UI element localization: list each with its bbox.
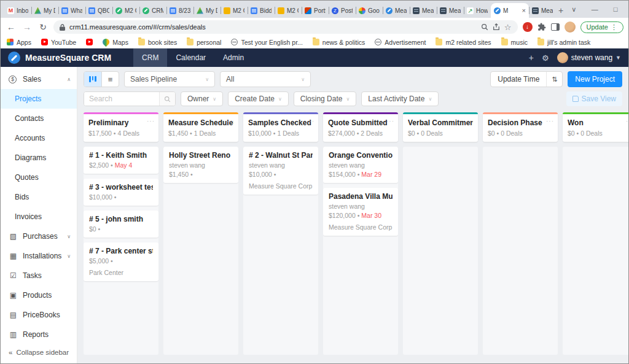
last-activity-date-filter[interactable]: Last Activity Date ∨	[361, 91, 439, 106]
chrome-update-button[interactable]: Update ⋮	[580, 21, 623, 33]
bookmark-item[interactable]: m2 related sites	[436, 39, 491, 46]
bookmark-item[interactable]: Test your English pr...	[231, 39, 302, 46]
deal-card[interactable]: # 1 - Keith Smith$2,500 • May 4	[84, 147, 158, 174]
search-input[interactable]	[84, 92, 159, 106]
update-time-button[interactable]: Update Time	[491, 72, 546, 87]
side-panel-icon[interactable]	[551, 23, 560, 31]
download-icon[interactable]: ↓	[523, 22, 533, 32]
column-menu-icon[interactable]: ···	[227, 118, 235, 125]
sidebar-item-projects[interactable]: Projects	[1, 89, 77, 109]
header-nav-crm[interactable]: CRM	[133, 48, 167, 67]
deal-card[interactable]: Holly Street Renosteven wang$1,450 •	[163, 147, 238, 183]
column-header[interactable]: Decision Phase···$0 • 0 Deals	[483, 112, 558, 142]
sidebar-item-invoices[interactable]: Invoices	[1, 207, 77, 227]
extensions-puzzle-icon[interactable]	[537, 23, 546, 31]
bookmark-item[interactable]	[86, 39, 93, 45]
collapse-sidebar-button[interactable]: « Collapse sidebar	[9, 349, 69, 356]
column-menu-icon[interactable]: ···	[466, 118, 474, 125]
browser-tab[interactable]: Mea	[529, 3, 556, 18]
browser-tab[interactable]: My D	[31, 3, 58, 18]
search-button[interactable]	[159, 92, 175, 106]
sidebar-item-installations[interactable]: ▦Installations∨	[1, 246, 77, 266]
browser-tab[interactable]: M2 C	[275, 3, 302, 18]
sidebar-item-purchases[interactable]: ▧Purchases∨	[1, 227, 77, 246]
bookmark-item[interactable]: Advertisement	[375, 39, 426, 46]
sidebar-item-bids[interactable]: Bids	[1, 187, 77, 207]
deal-card[interactable]: Pasadena Villa Multi-fa...steven wang$12…	[323, 188, 398, 236]
share-icon[interactable]	[493, 23, 500, 31]
deal-card[interactable]: # 5 - john smith$0 •	[84, 211, 158, 238]
header-nav-admin[interactable]: Admin	[214, 48, 252, 67]
browser-tab[interactable]: Goo	[356, 3, 383, 18]
header-add-icon[interactable]: +	[529, 53, 534, 63]
user-menu[interactable]: steven wang ▼	[557, 52, 621, 63]
browser-tab[interactable]: QBO	[85, 3, 112, 18]
bookmark-item[interactable]: Apps	[7, 39, 31, 46]
browser-tab[interactable]: Bidd	[248, 3, 275, 18]
browser-tab[interactable]: Mea	[410, 3, 437, 18]
save-view-button[interactable]: Save View	[566, 91, 622, 106]
bookmark-item[interactable]: book sites	[138, 39, 177, 46]
owner-filter[interactable]: Owner ∨	[181, 91, 223, 106]
window-minimize-icon[interactable]: —	[584, 6, 605, 13]
column-header[interactable]: Measure Scheduled···$1,450 • 1 Deals	[163, 112, 238, 142]
window-close-icon[interactable]: ×	[626, 4, 629, 14]
browser-tab[interactable]: Post	[329, 3, 356, 18]
column-header[interactable]: Won···$0 • 0 Deals	[563, 112, 628, 142]
deal-card[interactable]: # 7 - Park center stage 2...$5,000 • Par…	[84, 242, 158, 281]
kanban-view-button[interactable]	[84, 72, 101, 87]
sort-direction-icon[interactable]: ⇅	[546, 72, 562, 87]
column-menu-icon[interactable]: ···	[147, 118, 155, 125]
forward-icon[interactable]: →	[21, 22, 33, 32]
column-header[interactable]: Preliminary···$17,500 • 4 Deals	[84, 112, 158, 142]
window-menu-icon[interactable]: ∨	[563, 6, 584, 14]
sidebar-item-contacts[interactable]: Contacts	[1, 109, 77, 128]
browser-tab[interactable]: My D	[193, 3, 221, 18]
header-nav-calendar[interactable]: Calendar	[167, 48, 214, 67]
browser-profile-avatar[interactable]	[565, 21, 576, 33]
browser-tab[interactable]: Mea	[383, 3, 410, 18]
sidebar-item-reports[interactable]: ▥Reports	[1, 325, 77, 344]
deal-card[interactable]: # 2 - Walnut St Park Cen...steven wang$1…	[243, 147, 318, 195]
column-menu-icon[interactable]: ···	[386, 118, 394, 125]
closing-date-filter[interactable]: Closing Date ∨	[294, 91, 357, 106]
deal-card[interactable]: Orange Convention Cen...steven wang$154,…	[323, 147, 398, 183]
browser-tab[interactable]: M2 C	[221, 3, 248, 18]
bookmark-item[interactable]: Maps	[103, 39, 128, 46]
column-header[interactable]: Samples Checked out···$10,000 • 1 Deals	[243, 112, 318, 142]
sidebar-item-tasks[interactable]: ☑Tasks	[1, 266, 77, 285]
settings-gear-icon[interactable]: ⚙	[542, 53, 549, 63]
column-menu-icon[interactable]: ···	[307, 118, 314, 125]
sidebar-item-products[interactable]: ▣Products	[1, 285, 77, 305]
sidebar-item-sales[interactable]: $Sales∧	[1, 69, 77, 89]
browser-tab[interactable]: CRM	[139, 3, 166, 18]
deal-card[interactable]: # 3 - worksheet test$10,000 •	[84, 179, 158, 206]
address-bar[interactable]: crm11.measuresquare.com/#/crm/sales/deal…	[53, 20, 518, 34]
browser-tab[interactable]: M2 C	[112, 3, 139, 18]
pipeline-select[interactable]: Sales Pipeline ∨	[124, 71, 215, 87]
bookmark-star-icon[interactable]: ☆	[504, 23, 512, 32]
browser-tab[interactable]: 8/23	[166, 3, 193, 18]
bookmark-item[interactable]: jill's admin task	[537, 39, 590, 46]
sidebar-item-accounts[interactable]: Accounts	[1, 128, 77, 148]
new-tab-button[interactable]: +	[558, 3, 563, 18]
zoom-icon[interactable]	[481, 23, 488, 31]
list-view-button[interactable]: ≡	[101, 72, 119, 87]
back-icon[interactable]: ←	[6, 22, 17, 32]
tab-close-icon[interactable]: ×	[522, 7, 526, 14]
column-header[interactable]: Quote Submitted···$274,000 • 2 Deals	[323, 112, 398, 142]
bookmark-item[interactable]: personal	[187, 39, 221, 46]
sidebar-item-pricebooks[interactable]: ▤PriceBooks	[1, 305, 77, 325]
window-maximize-icon[interactable]: □	[605, 6, 626, 13]
browser-tab[interactable]: How	[464, 3, 491, 18]
new-project-button[interactable]: New Project	[568, 71, 622, 87]
column-menu-icon[interactable]: ···	[626, 118, 628, 125]
reload-icon[interactable]: ↻	[37, 22, 49, 32]
sidebar-item-quotes[interactable]: Quotes	[1, 168, 77, 187]
browser-tab[interactable]: Portf	[302, 3, 329, 18]
column-menu-icon[interactable]: ···	[546, 118, 554, 125]
browser-tab[interactable]: Inbo	[4, 3, 31, 18]
sidebar-item-diagrams[interactable]: Diagrams	[1, 148, 77, 168]
bookmark-item[interactable]: YouTube	[41, 39, 76, 46]
browser-tab[interactable]: M×	[491, 3, 529, 18]
